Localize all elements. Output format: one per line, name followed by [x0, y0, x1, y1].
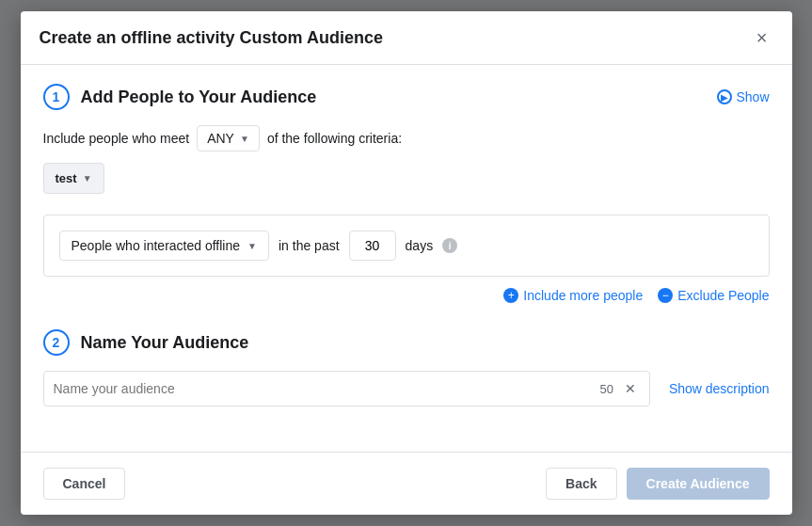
footer-right: Back Create Audience	[546, 468, 769, 500]
people-chevron-icon: ▼	[247, 241, 257, 251]
show-description-link[interactable]: Show description	[669, 381, 770, 396]
section-1-title: Add People to Your Audience	[81, 88, 317, 107]
info-icon: i	[442, 238, 457, 253]
section-2-title: Name Your Audience	[81, 333, 249, 353]
modal-backdrop: Create an offline activity Custom Audien…	[0, 0, 812, 526]
section-2-number: 2	[43, 329, 70, 356]
include-more-label: Include more people	[523, 288, 643, 303]
any-dropdown[interactable]: ANY ▼	[197, 125, 260, 151]
people-dropdown[interactable]: People who interacted offline ▼	[59, 231, 269, 261]
any-option-label: ANY	[207, 131, 234, 146]
tag-label: test	[56, 171, 77, 185]
of-label: of the following criteria:	[267, 131, 402, 146]
actions-row: + Include more people − Exclude People	[43, 288, 770, 303]
tag-selector[interactable]: test ▼	[43, 163, 104, 194]
tag-chevron-icon: ▼	[83, 173, 92, 183]
section-1-number: 1	[43, 84, 70, 110]
name-input-wrap: 50 ✕	[43, 371, 650, 406]
include-more-link[interactable]: + Include more people	[503, 288, 643, 303]
minus-icon: −	[658, 288, 673, 303]
cancel-button[interactable]: Cancel	[43, 468, 126, 500]
show-label: Show	[736, 89, 769, 104]
any-chevron-icon: ▼	[240, 134, 249, 144]
section-2: 2 Name Your Audience 50 ✕ Show descripti…	[43, 329, 770, 406]
show-link[interactable]: ▶ Show	[717, 89, 769, 104]
modal-body: 1 Add People to Your Audience ▶ Show Inc…	[21, 65, 792, 452]
create-audience-button[interactable]: Create Audience	[627, 468, 770, 500]
days-label: days	[406, 238, 434, 253]
days-input[interactable]	[349, 231, 396, 261]
name-row: 50 ✕ Show description	[43, 371, 770, 406]
close-button[interactable]: ×	[751, 26, 773, 49]
people-dropdown-label: People who interacted offline	[72, 238, 241, 253]
modal-header: Create an offline activity Custom Audien…	[21, 11, 792, 65]
char-count: 50	[599, 382, 613, 396]
modal-dialog: Create an offline activity Custom Audien…	[21, 11, 792, 515]
criteria-inner: People who interacted offline ▼ in the p…	[59, 231, 754, 261]
name-input[interactable]	[54, 372, 600, 406]
section-1-header: 1 Add People to Your Audience ▶ Show	[43, 84, 770, 110]
modal-title: Create an offline activity Custom Audien…	[40, 28, 383, 48]
exclude-link[interactable]: − Exclude People	[658, 288, 769, 303]
plus-icon: +	[503, 288, 518, 303]
modal-footer: Cancel Back Create Audience	[21, 452, 792, 515]
section-1: 1 Add People to Your Audience ▶ Show Inc…	[43, 84, 770, 303]
criteria-box: People who interacted offline ▼ in the p…	[43, 215, 770, 277]
exclude-label: Exclude People	[677, 288, 769, 303]
show-icon: ▶	[717, 89, 732, 104]
include-people-row: Include people who meet ANY ▼ of the fol…	[43, 125, 770, 151]
tag-row: test ▼	[43, 163, 770, 205]
include-label: Include people who meet	[43, 131, 190, 146]
in-past-label: in the past	[279, 238, 340, 253]
section-2-header: 2 Name Your Audience	[43, 329, 770, 356]
clear-name-button[interactable]: ✕	[621, 379, 640, 398]
back-button[interactable]: Back	[546, 468, 616, 500]
